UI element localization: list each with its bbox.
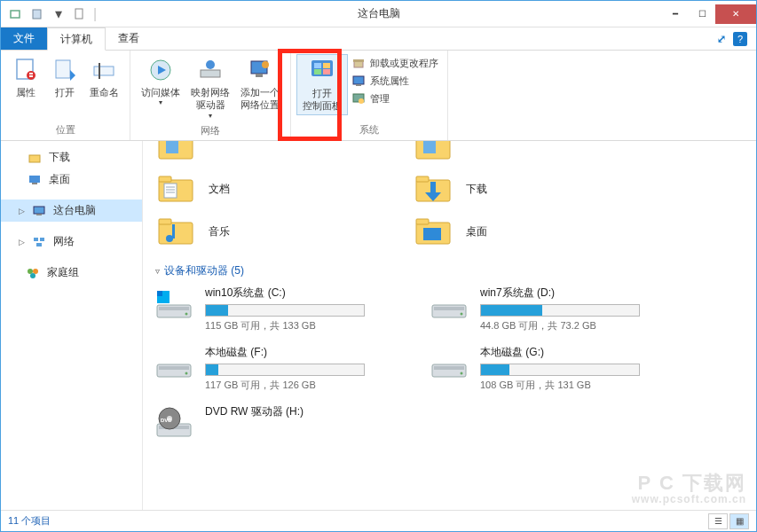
titlebar: ▾ | 这台电脑 ━ ☐ ✕: [1, 1, 756, 27]
svg-point-16: [262, 61, 269, 68]
drive-name: 本地磁盘 (G:): [480, 345, 677, 360]
nav-this-pc[interactable]: ▷ 这台电脑: [1, 200, 142, 222]
folder-documents[interactable]: 文档: [154, 169, 384, 208]
dvd-drive-icon: DVD: [154, 404, 196, 443]
tab-view[interactable]: 查看: [106, 27, 152, 50]
drive-sub: 108 GB 可用，共 131 GB: [480, 379, 677, 392]
folder-item-partial-1[interactable]: [154, 141, 384, 166]
properties-icon: [12, 56, 40, 84]
drive-sub: 44.8 GB 可用，共 73.2 GB: [480, 319, 677, 332]
manage-button[interactable]: 管理: [351, 91, 438, 106]
drive-f[interactable]: 本地磁盘 (F:) 117 GB 可用，共 126 GB: [154, 345, 402, 392]
tab-file[interactable]: 文件: [1, 27, 47, 50]
svg-point-73: [461, 372, 463, 375]
svg-point-36: [28, 269, 33, 274]
system-properties-button[interactable]: 系统属性: [351, 74, 438, 88]
svg-rect-8: [94, 66, 114, 75]
svg-rect-32: [36, 214, 42, 215]
drive-usage-bar: [480, 304, 640, 317]
svg-point-27: [359, 98, 364, 104]
svg-point-38: [30, 273, 35, 278]
folder-desktop[interactable]: 桌面: [411, 212, 642, 251]
svg-point-70: [185, 372, 188, 375]
add-location-button[interactable]: 添加一个 网络位置: [235, 54, 285, 113]
open-icon: [51, 56, 79, 84]
svg-rect-21: [323, 69, 330, 74]
map-drive-button[interactable]: 映射网络 驱动器 ▾: [185, 54, 235, 122]
svg-rect-25: [356, 84, 361, 86]
svg-point-55: [166, 235, 173, 242]
maximize-button[interactable]: ☐: [689, 4, 715, 24]
svg-rect-56: [172, 224, 175, 239]
svg-rect-29: [29, 176, 40, 183]
rename-icon: [91, 56, 119, 84]
svg-rect-72: [434, 366, 464, 370]
qat-dropdown-icon[interactable]: ▾: [51, 6, 67, 22]
devices-section-header[interactable]: 设备和驱动器 (5): [155, 263, 745, 278]
nav-homegroup[interactable]: 家庭组: [1, 262, 142, 284]
open-button[interactable]: 打开: [45, 54, 84, 100]
tab-computer[interactable]: 计算机: [47, 27, 106, 51]
homegroup-icon: [26, 266, 40, 280]
group-label-location: 位置: [6, 121, 124, 140]
nav-desktop[interactable]: 桌面: [1, 168, 142, 191]
music-folder-icon: [155, 214, 198, 249]
add-location-icon: [246, 56, 274, 84]
svg-rect-30: [32, 183, 37, 184]
svg-point-62: [185, 313, 188, 316]
view-icons-button[interactable]: ▦: [729, 513, 749, 529]
drive-c[interactable]: win10系统盘 (C:) 115 GB 可用，共 133 GB: [154, 286, 402, 332]
svg-rect-1: [33, 10, 41, 19]
folder-item-partial-2[interactable]: [411, 141, 642, 166]
drive-icon: [429, 345, 471, 384]
svg-rect-69: [159, 366, 189, 370]
control-panel-icon: [308, 57, 336, 85]
svg-rect-44: [423, 141, 436, 153]
folder-downloads[interactable]: 下载: [411, 169, 642, 208]
nav-downloads[interactable]: 下载: [1, 146, 142, 168]
folder-icon: [155, 141, 198, 164]
window-title: 这台电脑: [358, 6, 400, 21]
drive-icon: [154, 345, 196, 384]
help-icon[interactable]: ?: [733, 32, 747, 46]
nav-network[interactable]: ▷ 网络: [1, 231, 142, 253]
minimize-button[interactable]: ━: [662, 4, 689, 24]
drive-d[interactable]: win7系统盘 (D:) 44.8 GB 可用，共 73.2 GB: [429, 286, 677, 332]
folder-music[interactable]: 音乐: [154, 212, 384, 251]
rename-button[interactable]: 重命名: [84, 54, 124, 100]
drive-usage-bar: [480, 364, 640, 376]
svg-point-13: [206, 60, 215, 69]
qat-icon-2[interactable]: [29, 6, 45, 22]
open-control-panel-button[interactable]: 打开 控制面板: [296, 54, 348, 115]
drive-name: win10系统盘 (C:): [205, 286, 402, 301]
ribbon: 属性 打开 重命名 位置 访问媒体 ▾: [1, 51, 756, 141]
uninstall-button[interactable]: 卸载或更改程序: [351, 56, 438, 70]
close-button[interactable]: ✕: [715, 4, 756, 24]
drive-g[interactable]: 本地磁盘 (G:) 108 GB 可用，共 131 GB: [429, 345, 677, 392]
view-details-button[interactable]: ☰: [708, 513, 728, 529]
desktop-folder-icon: [413, 214, 455, 249]
uninstall-icon: [351, 56, 366, 70]
drive-usage-bar: [205, 304, 365, 317]
qat-icon-3[interactable]: [72, 6, 88, 22]
drive-name: win7系统盘 (D:): [480, 286, 677, 301]
media-icon: [146, 56, 175, 84]
drive-name: 本地磁盘 (F:): [205, 345, 402, 360]
svg-rect-2: [75, 9, 83, 19]
navigation-pane: 下载 桌面 ▷ 这台电脑 ▷ 网络 家庭组: [1, 141, 143, 510]
svg-rect-64: [157, 291, 162, 296]
svg-rect-19: [323, 63, 330, 68]
svg-rect-41: [166, 141, 178, 153]
drive-dvd[interactable]: DVD DVD RW 驱动器 (H:): [154, 404, 402, 443]
access-media-button[interactable]: 访问媒体 ▾: [136, 54, 185, 110]
svg-rect-66: [434, 307, 464, 310]
svg-rect-33: [34, 238, 38, 241]
qat-icon-1[interactable]: [8, 6, 24, 22]
svg-point-67: [461, 313, 463, 316]
svg-rect-28: [29, 155, 40, 162]
ribbon-minimize-icon[interactable]: ⤢: [717, 33, 726, 45]
drive-icon: [154, 286, 196, 325]
svg-rect-58: [416, 219, 429, 224]
svg-rect-0: [11, 11, 20, 18]
properties-button[interactable]: 属性: [6, 54, 45, 100]
